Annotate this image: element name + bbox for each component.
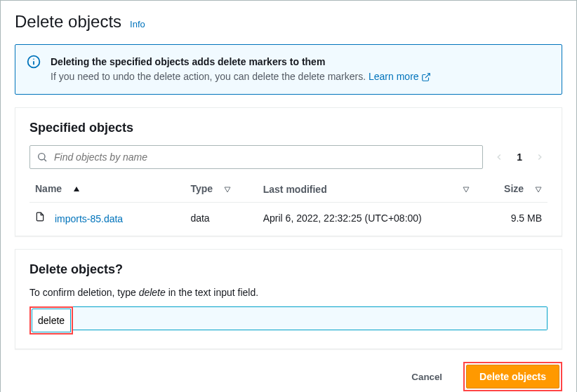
specified-objects-title: Specified objects [29,121,548,135]
sort-icon [463,184,470,195]
chevron-left-icon [494,152,504,162]
banner-desc: If you need to undo the delete action, y… [51,69,431,84]
pager: 1 [491,149,548,165]
confirm-input-row [29,306,548,334]
page-number: 1 [517,151,522,163]
search-input[interactable] [29,145,483,169]
specified-objects-panel: Specified objects 1 Name [15,107,562,236]
cell-name: imports-85.data [29,203,185,234]
search-box [29,145,483,169]
delete-objects-dialog: Delete objects Info Deleting the specifi… [0,0,577,392]
svg-marker-6 [74,187,79,191]
confirm-input-extension[interactable] [73,306,548,330]
banner-text: Deleting the specified objects adds dele… [51,55,431,84]
object-name-link[interactable]: imports-85.data [55,213,123,224]
svg-line-3 [425,74,430,78]
next-page-button[interactable] [532,149,548,165]
svg-marker-7 [225,187,230,192]
file-icon [35,211,45,224]
table-header-row: Name Type Last modified [29,176,548,203]
col-size[interactable]: Size [475,176,548,203]
col-modified[interactable]: Last modified [258,176,475,203]
page-title: Delete objects [15,12,121,32]
search-row: 1 [29,145,548,169]
confirm-keyword: delete [139,287,166,298]
chevron-right-icon [535,152,545,162]
learn-more-link[interactable]: Learn more [369,71,431,82]
col-type[interactable]: Type [185,176,257,203]
cell-size: 9.5 MB [475,203,548,234]
svg-point-4 [39,154,45,160]
info-link[interactable]: Info [130,19,145,29]
header: Delete objects Info [15,12,562,32]
sort-icon [224,184,231,195]
cell-modified: April 6, 2022, 22:32:25 (UTC+08:00) [258,203,475,234]
confirm-desc: To confirm deletion, type delete in the … [29,287,548,298]
info-banner: Deleting the specified objects adds dele… [15,44,562,95]
table-row: imports-85.data data April 6, 2022, 22:3… [29,203,548,234]
delete-objects-button[interactable]: Delete objects [466,365,559,388]
svg-marker-8 [463,187,469,192]
confirm-input[interactable] [32,309,71,332]
sort-asc-icon [73,184,80,195]
col-name[interactable]: Name [29,176,185,203]
banner-title: Deleting the specified objects adds dele… [51,55,431,69]
highlight-box-button: Delete objects [463,362,562,391]
svg-line-5 [44,159,46,161]
svg-point-2 [33,58,34,60]
confirm-panel: Delete objects? To confirm deletion, typ… [15,249,562,349]
sort-icon [535,184,542,195]
cell-type: data [185,203,257,234]
highlight-box [29,306,73,334]
prev-page-button[interactable] [491,149,507,165]
svg-marker-9 [536,187,541,192]
objects-table: Name Type Last modified [29,176,548,233]
search-icon [37,151,48,163]
banner-desc-text: If you need to undo the delete action, y… [51,71,369,82]
cancel-button[interactable]: Cancel [402,366,452,388]
info-icon [27,55,41,84]
footer: Cancel Delete objects [15,362,562,391]
confirm-title: Delete objects? [29,262,548,277]
